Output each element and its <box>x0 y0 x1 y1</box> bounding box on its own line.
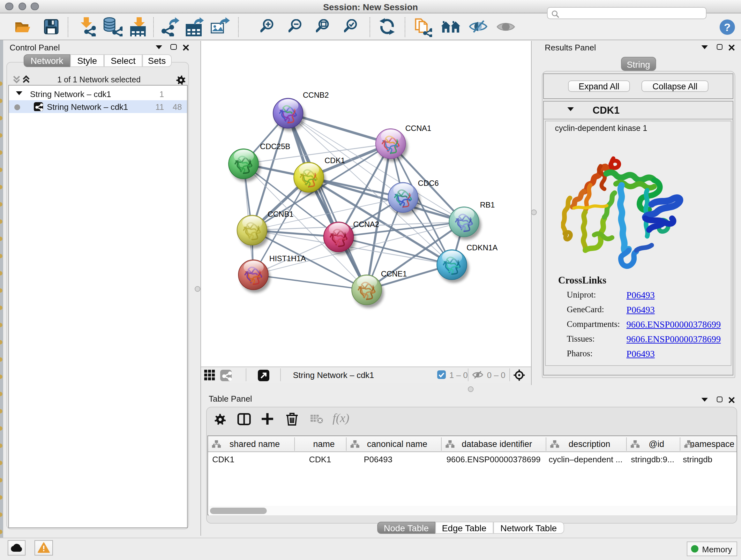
svg-text:?: ? <box>724 21 731 33</box>
svg-text:CDC25B: CDC25B <box>260 142 290 150</box>
svg-text:CDKN1A: CDKN1A <box>467 243 497 252</box>
svg-text:HIST1H1A: HIST1H1A <box>269 254 306 262</box>
svg-text:RB1: RB1 <box>480 200 495 209</box>
svg-text:CCNB2: CCNB2 <box>303 90 329 99</box>
svg-text:CCNE1: CCNE1 <box>381 269 407 278</box>
svg-text:CCNA1: CCNA1 <box>405 124 431 132</box>
svg-text:CCNB1: CCNB1 <box>267 209 293 218</box>
svg-text:CDK1: CDK1 <box>325 156 345 165</box>
svg-text:CCNA2: CCNA2 <box>353 220 379 228</box>
svg-text:CDC6: CDC6 <box>418 179 439 187</box>
